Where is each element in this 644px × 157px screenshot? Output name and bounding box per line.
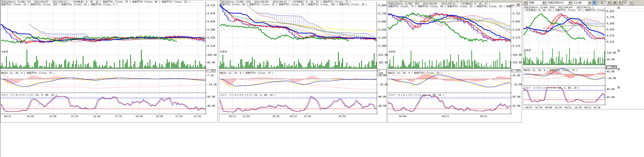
- contract-month-combo[interactable]: 11/06: [573, 1, 592, 5]
- price-axis-label: 9,635: [512, 28, 520, 31]
- period-day-button[interactable]: 日: [607, 1, 612, 5]
- time-axis-label: 20:00: [156, 115, 163, 118]
- time-axis-label: 21:20: [175, 115, 182, 118]
- time-axis-label: 13:20: [71, 115, 78, 118]
- time-axis-label: 04/12: [584, 106, 591, 109]
- macd-axis-label: -20.00: [378, 83, 388, 86]
- time-axis-label: 18:40: [135, 115, 142, 118]
- time-axis-label: 17:20: [115, 115, 122, 118]
- volume-multiplier-badge: × 1000: [606, 66, 617, 69]
- time-axis-label: 20:00: [338, 115, 346, 118]
- trading-chart-app: 先物 日経225mini 11/06 足 1 ∕ 日 週 月 分 T 日経225…: [0, 0, 644, 157]
- macd-pane-label: MACD( 12, 26, 9 ) 移動平均( Close, 75 ): [1, 72, 55, 74]
- stochastics-axis-label: 45.00: [512, 104, 520, 107]
- instrument-combo[interactable]: 日経225mini: [546, 1, 572, 5]
- price-axis-label: 9,815: [607, 10, 614, 12]
- time-axis-label: 10:40: [26, 115, 34, 118]
- chart-title-line2: 移動平均( Close, 40 ) 移動平均( Close, 25 ) 移動平均…: [220, 3, 378, 6]
- chart-window: 日経225mini 11/06( 60分, 2011/04/04 - 2011/…: [523, 6, 644, 109]
- volume-axis-label: 200.00: [207, 54, 216, 56]
- ashi-label: 足: [592, 0, 596, 5]
- instrument-combo-value: 日経225mini: [548, 1, 564, 4]
- price-axis-label: 9,635: [607, 28, 614, 31]
- price-axis-label: 9,755: [512, 12, 520, 15]
- pane-corner-button[interactable]: ◥: [617, 68, 620, 70]
- volume-axis-label: 425.00: [378, 54, 388, 56]
- combo-dropdown-button[interactable]: [568, 1, 572, 4]
- macd-axis-label: 45.00: [607, 70, 614, 73]
- price-axis-label: 9,710: [207, 4, 215, 7]
- period-week-button[interactable]: 週: [612, 1, 617, 5]
- price-axis-label: 9,630: [207, 20, 215, 23]
- stochastics-axis-label: 95.00: [607, 88, 614, 90]
- time-axis-label: 04/12: [290, 115, 297, 118]
- price-axis-label: 9,575: [512, 36, 520, 39]
- stochastics-axis-label: 95.00: [207, 96, 215, 98]
- macd-axis-label: -14.50: [207, 83, 216, 86]
- time-axis-label: 16:30: [535, 106, 542, 109]
- volume-axis-label: 85.00: [207, 61, 215, 64]
- period-tick-button[interactable]: T: [628, 1, 633, 5]
- stochastics-axis-label: 95.00: [512, 96, 520, 98]
- combo-dropdown-button[interactable]: [542, 1, 546, 4]
- chart-canvas[interactable]: [523, 6, 644, 109]
- macd-axis-label: -10.00: [607, 77, 616, 80]
- time-axis-label: 04/12: [4, 115, 11, 118]
- macd-axis-label: 7.50: [207, 74, 214, 77]
- price-axis-label: 9,515: [607, 40, 614, 43]
- stochastics-pane-label: スロー・ストキャスティクス( 14, 3, 80, 20 ): [388, 94, 444, 96]
- chart-window: 日経225mini 11/06( 5分, 2011/04/07 - 2011/0…: [0, 0, 218, 122]
- category-combo-value: 先物: [529, 1, 534, 4]
- macd-axis-label: 45.00: [512, 74, 520, 77]
- chart-window: 日経225mini 11/06( 30分, 2011/04/04 - 2011/…: [388, 2, 522, 122]
- time-axis-label: 12:00: [242, 115, 249, 118]
- chart-toolbar: 先物 日経225mini 11/06 足 1 ∕ 日 週 月 分 T: [523, 0, 633, 6]
- category-combo[interactable]: 先物: [528, 1, 546, 5]
- pane-corner-button[interactable]: ◥: [617, 86, 620, 88]
- pane-corner-button[interactable]: ◥: [617, 49, 620, 52]
- stochastics-pane-label: スロー・ストキャスティクス( 14, 3, 80, 20 ): [220, 94, 276, 96]
- time-axis-label: 16:30: [574, 106, 582, 109]
- volume-axis-label: 50.00: [607, 58, 614, 61]
- volume-pane-label: 出来高: [388, 50, 396, 53]
- chart-title-line2: 移動平均( Close, 75 ) 移動平均( Close, 40 ) 移動平均…: [388, 5, 512, 8]
- price-axis-label: 9,550: [207, 36, 215, 39]
- chart-canvas[interactable]: [388, 2, 522, 122]
- combo-dropdown-button[interactable]: [588, 1, 591, 4]
- ashi-interval-input[interactable]: 1 ∕: [597, 1, 606, 5]
- stochastics-pane-label: スロー・ストキャスティクス( 14, 3, 80, 20 ): [524, 87, 579, 89]
- period-month-button[interactable]: 月: [618, 1, 622, 5]
- macd-pane-label: MACD( 12, 26, 9 ) 移動平均( Close, 75 ): [524, 69, 578, 72]
- volume-axis-label: 120.00: [607, 52, 616, 54]
- chart-window: 日経225mini 11/06( 15分, 2011/04/04 - 2011/…: [219, 0, 387, 122]
- chart-canvas[interactable]: [219, 0, 386, 122]
- chart-title-line1: 日経225mini 11/06( 15分, 2011/04/04 - 2011/…: [220, 1, 378, 3]
- stochastics-pane-label: スロー・ストキャスティクス( 14, 3, 80, 20 ): [1, 94, 57, 96]
- price-axis-label: 9,740: [378, 12, 386, 15]
- chart-canvas[interactable]: [0, 0, 218, 122]
- chevron-down-icon: [569, 2, 571, 4]
- volume-pane-label: 出来高: [524, 49, 531, 51]
- time-axis-label: 04/11: [442, 115, 449, 118]
- time-axis-label: 12:00: [49, 115, 56, 118]
- volume-multiplier-badge: × 100: [378, 69, 386, 75]
- stochastics-axis-label: 45.00: [607, 96, 614, 98]
- chevron-down-icon: [543, 2, 545, 4]
- price-axis-label: 9,695: [512, 20, 520, 23]
- volume-pane-label: 出来高: [1, 50, 8, 53]
- volume-axis-label: 185.00: [378, 61, 388, 64]
- chart-dropdown-button[interactable]: [516, 3, 520, 6]
- time-axis-label: 04/08: [399, 115, 406, 118]
- price-axis-label: 9,510: [207, 45, 215, 47]
- macd-axis-label: -10.00: [512, 83, 522, 86]
- time-axis-label: 14:40: [93, 115, 100, 118]
- pane-corner-button[interactable]: ◥: [617, 6, 620, 9]
- period-minute-button[interactable]: 分: [623, 1, 628, 5]
- chevron-down-icon: [517, 4, 519, 6]
- price-axis-label: 9,590: [207, 28, 215, 31]
- time-axis-label: 16:30: [554, 106, 562, 109]
- volume-pane-label: 出来高: [220, 50, 227, 53]
- price-axis-label: 9,800: [378, 4, 386, 7]
- window-menu-dropdown-button[interactable]: [523, 1, 527, 5]
- chart-title-line2: 一目均衡表( 9, 26, 52 ) 移動平均( Close, 75 ) 移動平…: [524, 9, 606, 11]
